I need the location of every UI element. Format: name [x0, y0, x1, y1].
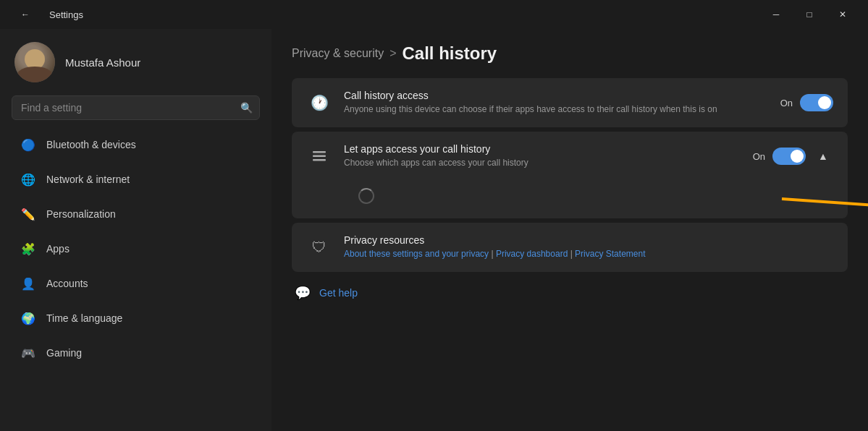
privacy-statement-link[interactable]: Privacy Statement: [575, 249, 645, 259]
sidebar-item-personalization[interactable]: ✏️ Personalization: [6, 197, 266, 231]
let-apps-access-text: Let apps access your call history Choose…: [344, 143, 741, 169]
let-apps-access-card: Let apps access your call history Choose…: [292, 132, 848, 218]
privacy-resources-desc: About these settings and your privacy | …: [344, 248, 833, 260]
sidebar-item-accounts[interactable]: 👤 Accounts: [6, 267, 266, 300]
search-box: 🔍: [12, 95, 260, 120]
breadcrumb-separator: >: [389, 47, 396, 60]
call-history-access-toggle[interactable]: [800, 94, 833, 111]
privacy-about-link[interactable]: About these settings and your privacy: [344, 249, 489, 259]
get-help-row[interactable]: 💬 Get help: [292, 276, 848, 310]
call-history-access-controls: On: [780, 94, 833, 111]
privacy-resources-title: Privacy resources: [344, 234, 833, 246]
sidebar-item-apps-label: Apps: [46, 243, 69, 255]
apps-list-icon: [306, 143, 332, 169]
sidebar: Mustafa Ashour 🔍 🔵 Bluetooth & devices 🌐…: [0, 29, 271, 431]
search-input[interactable]: [12, 95, 260, 120]
privacy-resources-card: 🛡 Privacy resources About these settings…: [292, 223, 848, 272]
help-icon: 💬: [295, 285, 311, 301]
content-area: Privacy & security > Call history 🕐 Call…: [271, 29, 868, 324]
accounts-icon: 👤: [20, 276, 36, 291]
sidebar-item-apps[interactable]: 🧩 Apps: [6, 232, 266, 265]
svg-rect-0: [313, 151, 326, 153]
apps-icon: 🧩: [20, 241, 36, 257]
call-history-access-toggle-label: On: [780, 98, 793, 108]
call-history-access-card: 🕐 Call history access Anyone using this …: [292, 78, 848, 127]
loading-spinner: [358, 188, 374, 204]
privacy-resources-text: Privacy resources About these settings a…: [344, 234, 833, 260]
let-apps-access-title: Let apps access your call history: [344, 143, 741, 155]
content-wrapper: Privacy & security > Call history 🕐 Call…: [271, 29, 868, 431]
svg-rect-2: [313, 159, 326, 161]
call-history-access-desc: Anyone using this device can choose if t…: [344, 103, 769, 116]
sidebar-item-time[interactable]: 🌍 Time & language: [6, 302, 266, 335]
sidebar-item-accounts-label: Accounts: [46, 278, 88, 289]
sidebar-item-personalization-label: Personalization: [46, 208, 116, 220]
bluetooth-icon: 🔵: [20, 137, 36, 153]
maximize-button[interactable]: □: [793, 3, 826, 26]
sidebar-item-network[interactable]: 🌐 Network & internet: [6, 163, 266, 196]
titlebar-left: ← Settings: [9, 3, 83, 26]
call-history-access-text: Call history access Anyone using this de…: [344, 90, 769, 116]
titlebar: ← Settings ─ □ ✕: [0, 0, 868, 29]
let-apps-access-desc: Choose which apps can access your call h…: [344, 157, 741, 169]
sidebar-item-gaming[interactable]: 🎮 Gaming: [6, 336, 266, 370]
sidebar-item-bluetooth[interactable]: 🔵 Bluetooth & devices: [6, 128, 266, 161]
page-title: Call history: [402, 43, 497, 64]
personalization-icon: ✏️: [20, 206, 36, 222]
gaming-icon: 🎮: [20, 345, 36, 361]
time-icon: 🌍: [20, 310, 36, 326]
expand-button[interactable]: ▲: [813, 146, 833, 166]
privacy-shield-icon: 🛡: [306, 234, 332, 260]
network-icon: 🌐: [20, 171, 36, 187]
toggle-thumb: [818, 96, 831, 109]
breadcrumb: Privacy & security > Call history: [292, 43, 848, 64]
profile-section[interactable]: Mustafa Ashour: [0, 29, 271, 95]
search-icon: 🔍: [240, 102, 253, 114]
minimize-button[interactable]: ─: [759, 3, 793, 26]
close-button[interactable]: ✕: [826, 3, 859, 26]
profile-name: Mustafa Ashour: [65, 56, 140, 69]
back-button[interactable]: ←: [9, 3, 42, 26]
let-apps-access-toggle[interactable]: [772, 148, 806, 165]
call-history-access-title: Call history access: [344, 90, 769, 101]
svg-rect-1: [313, 155, 326, 158]
sidebar-item-time-label: Time & language: [46, 312, 122, 324]
privacy-dashboard-link[interactable]: Privacy dashboard: [496, 249, 568, 259]
loading-spinner-row: [306, 181, 833, 207]
sidebar-item-bluetooth-label: Bluetooth & devices: [46, 139, 136, 150]
sidebar-item-network-label: Network & internet: [46, 174, 130, 185]
call-history-icon: 🕐: [306, 90, 332, 116]
app-title: Settings: [49, 9, 83, 20]
toggle-thumb-2: [791, 150, 804, 163]
main-layout: Mustafa Ashour 🔍 🔵 Bluetooth & devices 🌐…: [0, 29, 868, 431]
titlebar-controls: ─ □ ✕: [759, 3, 859, 26]
sidebar-item-gaming-label: Gaming: [46, 347, 82, 359]
let-apps-access-row: Let apps access your call history Choose…: [306, 143, 833, 169]
get-help-label: Get help: [319, 287, 358, 299]
let-apps-access-toggle-label: On: [753, 151, 765, 162]
avatar: [14, 42, 55, 82]
breadcrumb-parent[interactable]: Privacy & security: [292, 47, 384, 60]
let-apps-access-controls: On ▲: [753, 146, 833, 166]
